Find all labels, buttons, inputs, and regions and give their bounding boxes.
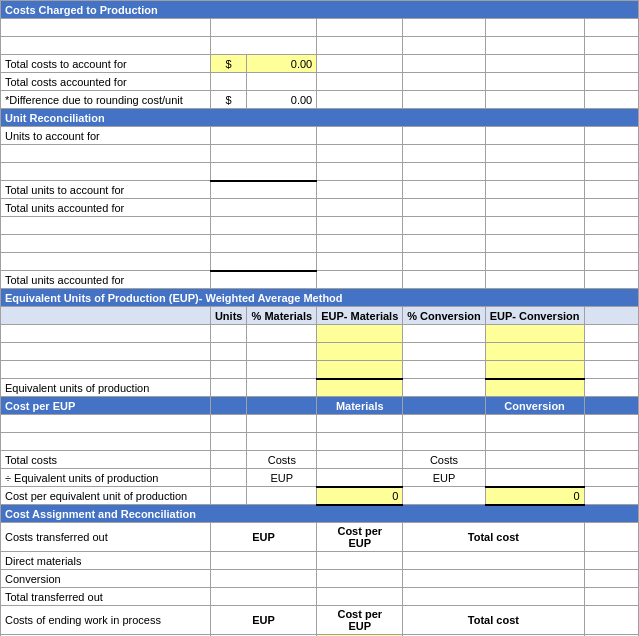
empty-cell (247, 325, 317, 343)
empty-cell (584, 361, 639, 379)
empty-cell (403, 487, 485, 505)
cost-per-equiv-label: Cost per equivalent unit of production (1, 487, 211, 505)
empty-cell (1, 235, 211, 253)
dm-cpu[interactable] (317, 552, 403, 570)
dollar-sign: $ (210, 55, 247, 73)
empty-cell (403, 55, 485, 73)
cost-assignment-header: Cost Assignment and Reconciliation (1, 505, 639, 523)
empty-cell (403, 361, 485, 379)
cost-per-equiv-conv[interactable]: 0 (485, 487, 584, 505)
dollar-sign2: $ (210, 91, 247, 109)
empty-cell (485, 73, 584, 91)
empty-cell (210, 361, 247, 379)
empty-cell (210, 433, 247, 451)
empty-cell (210, 325, 247, 343)
empty-cell (485, 91, 584, 109)
total-transferred-total[interactable] (403, 588, 584, 606)
empty-cell (403, 73, 485, 91)
empty-cell (403, 91, 485, 109)
empty-cell (1, 163, 211, 181)
empty-cell (485, 361, 584, 379)
dm-eup[interactable] (210, 552, 316, 570)
difference-value[interactable]: 0.00 (247, 91, 317, 109)
empty-cell (584, 19, 639, 37)
empty-cell (1, 37, 211, 55)
total-units-accounted-value[interactable] (210, 199, 316, 217)
transferred-eup-header: EUP (210, 523, 316, 552)
costs-charged-header: Costs Charged to Production (1, 1, 639, 19)
total-transferred-cpu[interactable] (317, 588, 403, 606)
equiv-units-mat[interactable] (317, 379, 403, 397)
empty-cell (485, 451, 584, 469)
empty-cell (317, 451, 403, 469)
empty-cell (584, 235, 639, 253)
empty-cell (485, 55, 584, 73)
eup-col-label (1, 307, 211, 325)
empty-cell (317, 55, 403, 73)
empty-cell (247, 397, 317, 415)
empty-cell (584, 253, 639, 271)
dm-total[interactable] (403, 552, 584, 570)
empty-cell (584, 451, 639, 469)
equiv-units-conv[interactable] (485, 379, 584, 397)
empty-cell (584, 523, 639, 552)
total-transferred-eup[interactable] (210, 588, 316, 606)
total-units-account-value[interactable] (210, 181, 316, 199)
empty-cell (485, 325, 584, 343)
empty-cell (247, 487, 317, 505)
eup-col-eup-mat: EUP- Materials (317, 307, 403, 325)
ending-wip-label: Costs of ending work in process (1, 606, 211, 635)
empty-cell (485, 469, 584, 487)
empty-cell (403, 235, 485, 253)
total-units-accounted2-value[interactable] (210, 271, 316, 289)
empty-cell (403, 145, 485, 163)
empty-cell (210, 415, 247, 433)
empty-cell (584, 487, 639, 505)
empty-cell (317, 433, 403, 451)
empty-cell (210, 37, 316, 55)
conv-cpu[interactable] (317, 570, 403, 588)
total-costs-costs-conv: Costs (403, 451, 485, 469)
empty-cell (317, 19, 403, 37)
empty-cell (584, 91, 639, 109)
equiv-units-col2[interactable] (247, 379, 317, 397)
empty-cell (317, 181, 403, 199)
main-table: Costs Charged to Production Total costs … (0, 0, 639, 636)
total-costs-value[interactable]: 0.00 (247, 55, 317, 73)
empty-cell (210, 253, 316, 271)
cost-per-eup-conversion: Conversion (485, 397, 584, 415)
eup-col-pct-mat: % Materials (247, 307, 317, 325)
difference-rounding-label: *Difference due to rounding cost/unit (1, 91, 211, 109)
conversion-label: Conversion (1, 570, 211, 588)
empty-cell (210, 145, 316, 163)
conv-eup[interactable] (210, 570, 316, 588)
empty-cell (317, 127, 403, 145)
cost-per-equiv-mat[interactable]: 0 (317, 487, 403, 505)
eup-header: Equivalent Units of Production (EUP)- We… (1, 289, 639, 307)
empty-cell (247, 415, 317, 433)
empty-cell (317, 469, 403, 487)
empty-cell (247, 73, 317, 91)
empty-cell (247, 433, 317, 451)
empty-cell (317, 271, 403, 289)
empty-cell (584, 343, 639, 361)
empty-cell (584, 325, 639, 343)
empty-cell (210, 163, 316, 181)
empty-cell (584, 127, 639, 145)
empty-cell (317, 217, 403, 235)
empty-cell (317, 37, 403, 55)
conv-total[interactable] (403, 570, 584, 588)
eup-col-pct-conv: % Conversion (403, 307, 485, 325)
empty-cell (584, 433, 639, 451)
total-units-account-label: Total units to account for (1, 181, 211, 199)
empty-cell (584, 307, 639, 325)
total-transferred-label: Total transferred out (1, 588, 211, 606)
empty-cell (317, 199, 403, 217)
empty-cell (584, 55, 639, 73)
empty-cell (485, 415, 584, 433)
ending-wip-cpu-header: Cost perEUP (317, 606, 403, 635)
equiv-units-col4[interactable] (403, 379, 485, 397)
empty-cell (485, 145, 584, 163)
equiv-units-col1[interactable] (210, 379, 247, 397)
empty-cell (210, 19, 316, 37)
